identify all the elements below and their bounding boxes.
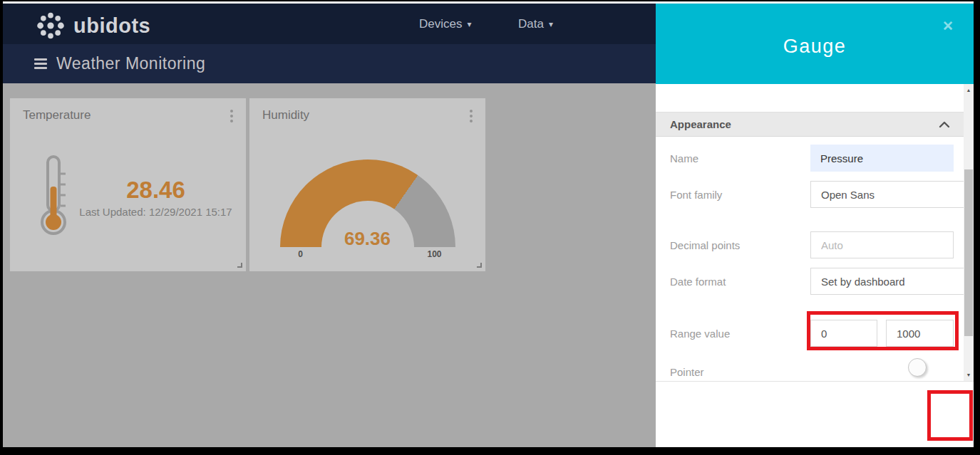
range-min-input[interactable] — [810, 320, 877, 347]
field-row-range-value: Range value — [656, 320, 964, 347]
pointer-label: Pointer — [670, 366, 704, 378]
ubidots-logo[interactable]: ubidots — [34, 9, 150, 45]
section-appearance-title: Appearance — [670, 118, 731, 130]
scroll-up-icon[interactable]: ▲ — [964, 85, 974, 95]
pointer-toggle[interactable] — [908, 358, 927, 377]
dashboard-title: Weather Monitoring — [56, 54, 205, 73]
scroll-down-icon[interactable]: ▼ — [964, 370, 974, 380]
font-family-select[interactable]: Open Sans — [810, 181, 964, 208]
kebab-menu-icon[interactable] — [468, 108, 475, 124]
menu-icon[interactable] — [34, 58, 47, 69]
font-family-label: Font family — [670, 189, 722, 201]
panel-title: Gauge — [656, 4, 974, 58]
kebab-menu-icon[interactable] — [228, 108, 235, 124]
humidity-gauge: 69.36 0 100 — [280, 159, 455, 247]
name-label: Name — [670, 152, 698, 164]
field-row-pointer: Pointer — [656, 358, 964, 381]
dashboard-title-bar: Weather Monitoring — [3, 44, 656, 83]
range-max-input[interactable] — [886, 320, 954, 347]
section-appearance[interactable]: Appearance — [656, 112, 964, 137]
gauge-max-label: 100 — [427, 249, 441, 259]
brand-name: ubidots — [73, 16, 150, 39]
date-format-value: Set by dashboard — [821, 276, 905, 288]
nav-menu-data[interactable]: Data ▾ — [518, 4, 553, 44]
field-row-date-format: Date format Set by dashboard — [656, 268, 964, 295]
field-row-font-family: Font family Open Sans — [656, 181, 964, 208]
page-top-strip — [3, 1, 974, 4]
panel-scrollbar[interactable]: ▲ ▼ — [964, 84, 974, 381]
decimal-points-label: Decimal points — [670, 239, 740, 251]
top-navbar: ubidots Devices ▾ Data ▾ — [3, 4, 656, 44]
dashboard-canvas: Temperature 28 — [3, 83, 656, 447]
name-input[interactable] — [810, 145, 954, 172]
field-row-name: Name — [656, 145, 964, 172]
gauge-settings-panel: Gauge ✕ Appearance Name Font family Open… — [656, 4, 974, 447]
ubidots-logo-icon — [34, 9, 67, 45]
caret-down-icon: ▾ — [467, 19, 471, 29]
widget-temperature: Temperature 28 — [10, 98, 246, 271]
app-window: ubidots Devices ▾ Data ▾ Weather Monitor… — [3, 1, 974, 447]
temperature-last-updated: Last Updated: 12/29/2021 15:17 — [70, 206, 242, 218]
date-format-select[interactable]: Set by dashboard — [810, 268, 964, 295]
widget-temperature-title: Temperature — [23, 108, 91, 122]
chevron-up-icon[interactable] — [938, 120, 951, 130]
resize-handle-icon[interactable] — [237, 263, 242, 268]
humidity-value: 69.36 — [280, 228, 455, 250]
widget-humidity: Humidity 69.36 0 100 — [249, 98, 485, 271]
widget-humidity-title: Humidity — [262, 108, 309, 122]
panel-header: Gauge ✕ — [656, 4, 974, 84]
close-icon[interactable]: ✕ — [942, 18, 954, 34]
resize-handle-icon[interactable] — [477, 263, 482, 268]
field-row-decimal-points: Decimal points — [656, 231, 964, 258]
temperature-value: 28.46 — [70, 177, 242, 204]
date-format-label: Date format — [670, 276, 726, 288]
nav-menu-devices-label: Devices — [419, 17, 462, 31]
panel-body: Appearance Name Font family Open Sans — [656, 84, 964, 381]
scrollbar-thumb[interactable] — [964, 169, 973, 336]
nav-menu-data-label: Data — [518, 17, 544, 31]
decimal-points-input[interactable] — [810, 231, 954, 258]
nav-menu-devices[interactable]: Devices ▾ — [419, 4, 472, 44]
gauge-min-label: 0 — [298, 249, 303, 259]
caret-down-icon: ▾ — [549, 19, 553, 29]
font-family-value: Open Sans — [821, 189, 875, 201]
thermometer-icon — [37, 154, 70, 241]
range-value-label: Range value — [670, 328, 730, 340]
panel-footer — [656, 381, 974, 447]
